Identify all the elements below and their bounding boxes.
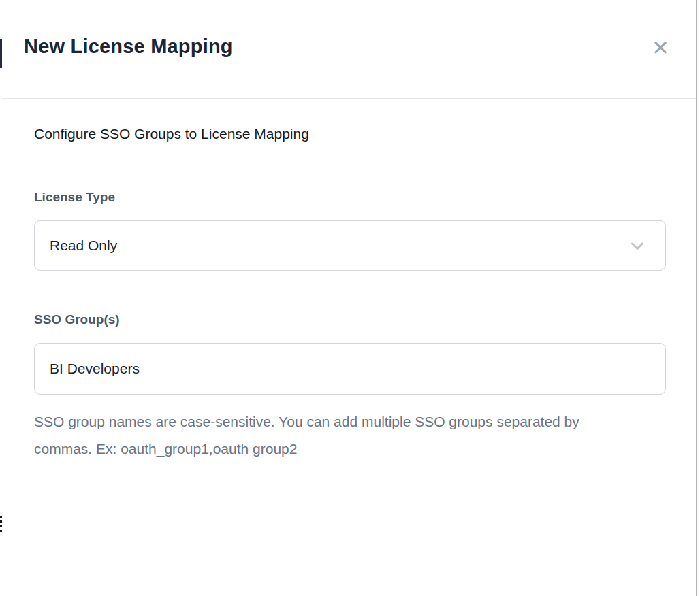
- sso-groups-label: SSO Group(s): [34, 312, 120, 327]
- background-menu-dash-icon: [0, 525, 2, 527]
- sso-groups-input[interactable]: [34, 343, 666, 395]
- chevron-down-icon: [627, 235, 648, 256]
- background-menu-dash-icon: [0, 516, 2, 518]
- page-right-gutter: [697, 0, 700, 596]
- modal-subtitle: Configure SSO Groups to License Mapping: [34, 126, 309, 142]
- close-icon[interactable]: ✕: [646, 33, 675, 63]
- background-menu-dash-icon: [0, 530, 2, 532]
- modal-header: New License Mapping ✕: [0, 0, 696, 98]
- license-type-label: License Type: [34, 190, 115, 205]
- new-license-mapping-modal: New License Mapping ✕ Configure SSO Grou…: [0, 0, 696, 596]
- license-type-select[interactable]: Read Only: [34, 220, 666, 271]
- license-type-selected-value: Read Only: [50, 237, 117, 254]
- background-fragment-bar: [0, 39, 2, 68]
- background-menu-dash-icon: [0, 520, 2, 523]
- header-divider: [2, 98, 696, 99]
- modal-title: New License Mapping: [24, 35, 233, 58]
- sso-groups-help-text: SSO group names are case-sensitive. You …: [34, 408, 613, 463]
